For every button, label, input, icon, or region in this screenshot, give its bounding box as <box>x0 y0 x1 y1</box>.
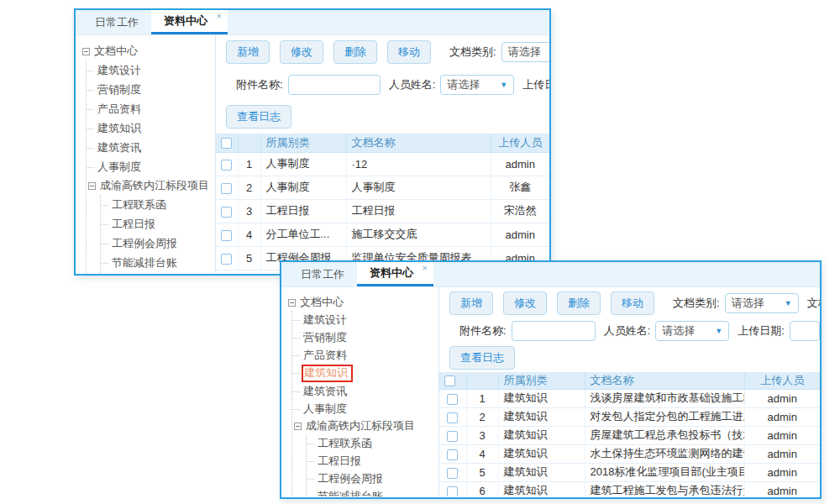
table-row[interactable]: 6 建筑知识 建筑工程施工发包与承包违法行为认... admin <box>439 481 820 496</box>
table-row[interactable]: 1 人事制度 ·12 admin <box>216 152 549 176</box>
document-center-window-back: 日常工作 资料中心 × 文档中心 建筑设计 营销制度 产品资料 建筑知识 建筑资… <box>74 8 551 276</box>
tree-item-building-news[interactable]: 建筑资讯 <box>292 382 438 400</box>
tree-root-document-center[interactable]: 文档中心 <box>288 294 438 311</box>
cell-category: 人事制度 <box>260 176 346 199</box>
tree-item-project-daily-report[interactable]: 工程日报 <box>101 214 215 234</box>
person-name-select[interactable]: 请选择 ▼ <box>440 75 514 95</box>
tree-item-project-weekly-meeting[interactable]: 工程例会周报 <box>101 234 215 253</box>
edit-button[interactable]: 修改 <box>280 40 323 64</box>
col-index <box>466 372 498 389</box>
tree-item-hr-rules[interactable]: 人事制度 <box>87 157 215 176</box>
cell-uploader: admin <box>744 407 820 426</box>
tree-item-building-design[interactable]: 建筑设计 <box>87 60 215 80</box>
toolbar-actions: 新增 修改 删除 移动 文档类别: 请选择 ▼ 文档名称: <box>439 291 820 315</box>
table-row[interactable]: 3 工程日报 工程日报 宋浩然 <box>216 199 549 223</box>
tab-bar: 日常工作 资料中心 × <box>281 262 820 287</box>
tree-project-chengyu-railway[interactable]: 成渝高铁内江标段项目 <box>88 176 215 195</box>
attachment-name-input[interactable] <box>288 75 381 95</box>
cell-num: 3 <box>466 426 498 444</box>
tree-item-project-contact-letter[interactable]: 工程联系函 <box>101 195 215 214</box>
row-checkbox[interactable] <box>447 468 458 479</box>
cell-category: 人事制度 <box>260 152 346 176</box>
close-icon[interactable]: × <box>217 11 222 21</box>
table-row[interactable]: 3 建筑知识 房屋建筑工程总承包投标书（技术标... admin <box>439 426 820 444</box>
tab-label: 日常工作 <box>301 267 344 282</box>
cell-num: 3 <box>238 199 260 223</box>
cell-category: 建筑知识 <box>498 444 585 463</box>
tree-item-building-news[interactable]: 建筑资讯 <box>87 138 215 157</box>
tab-daily-work[interactable]: 日常工作 <box>288 262 357 286</box>
tree-item-project-weekly-meeting[interactable]: 工程例会周报 <box>307 470 438 487</box>
select-value: 请选择 <box>447 77 480 92</box>
tab-data-center[interactable]: 资料中心 × <box>151 10 228 34</box>
table-row[interactable]: 4 建筑知识 水土保持生态环境监测网络的建设与... admin <box>439 444 820 463</box>
upload-date-input[interactable] <box>790 321 820 341</box>
person-name-select[interactable]: 请选择 ▼ <box>655 321 729 341</box>
toolbar-log: 查看日志 <box>216 105 549 129</box>
doc-category-label: 文档类别: <box>673 296 720 311</box>
tree-item-energy-ledger[interactable]: 节能减排台账 <box>101 253 215 272</box>
add-button[interactable]: 新增 <box>226 40 270 64</box>
row-checkbox[interactable] <box>447 431 458 442</box>
row-checkbox[interactable] <box>447 449 458 460</box>
table-row[interactable]: 5 建筑知识 2018标准化监理项目部(业主项目部)... admin <box>439 463 820 481</box>
table-row[interactable]: 4 分工单位工... 施工移交交底 admin <box>216 223 549 246</box>
row-checkbox[interactable] <box>221 230 232 241</box>
view-log-button[interactable]: 查看日志 <box>449 346 515 370</box>
row-checkbox[interactable] <box>221 160 232 171</box>
collapse-icon[interactable] <box>82 48 90 55</box>
attachment-name-input[interactable] <box>512 321 596 341</box>
close-icon[interactable]: × <box>423 263 428 273</box>
edit-button[interactable]: 修改 <box>503 291 547 315</box>
doc-category-select[interactable]: 请选择 ▼ <box>501 42 549 62</box>
tree-item-product-data[interactable]: 产品资料 <box>292 346 438 364</box>
tree-item-work-handover[interactable]: 分工单位工作移交 <box>101 272 215 273</box>
select-all-checkbox[interactable] <box>221 138 232 149</box>
tree-item-building-design[interactable]: 建筑设计 <box>292 311 438 328</box>
upload-date-label: 上传日期: <box>522 77 549 92</box>
cell-uploader: admin <box>491 152 549 176</box>
add-button[interactable]: 新增 <box>449 291 493 315</box>
toolbar-filters: 附件名称: 人员姓名: 请选择 ▼ 上传日期: <box>216 75 549 95</box>
tree-item-marketing-rules[interactable]: 营销制度 <box>292 328 438 346</box>
move-button[interactable]: 移动 <box>387 40 431 64</box>
table-row[interactable]: 1 建筑知识 浅谈房屋建筑和市政基础设施工程施... admin <box>439 389 820 407</box>
tree-root-document-center[interactable]: 文档中心 <box>82 42 215 60</box>
table-row[interactable]: 2 建筑知识 对发包人指定分包的工程施工进度安... admin <box>439 407 820 426</box>
row-checkbox[interactable] <box>447 486 458 496</box>
select-all-checkbox[interactable] <box>444 375 455 386</box>
table-row[interactable]: 2 人事制度 人事制度 张鑫 <box>216 176 549 199</box>
move-button[interactable]: 移动 <box>611 291 654 315</box>
row-checkbox[interactable] <box>447 394 458 405</box>
collapse-icon[interactable] <box>294 423 302 430</box>
tree-project-label: 成渝高铁内江标段项目 <box>100 176 209 195</box>
row-checkbox[interactable] <box>221 207 232 218</box>
doc-category-select[interactable]: 请选择 ▼ <box>725 293 799 313</box>
cell-doc-name: 工程日报 <box>346 199 491 223</box>
tree-item-building-knowledge-selected[interactable]: 建筑知识 <box>292 364 438 382</box>
tree-item-product-data[interactable]: 产品资料 <box>87 99 215 118</box>
tree-item-marketing-rules[interactable]: 营销制度 <box>87 80 215 99</box>
row-checkbox[interactable] <box>221 254 232 265</box>
tree-project-chengyu-railway[interactable]: 成渝高铁内江标段项目 <box>294 417 438 434</box>
cell-uploader: admin <box>744 444 820 463</box>
col-category: 所属别类 <box>498 372 585 389</box>
collapse-icon[interactable] <box>88 182 96 190</box>
collapse-icon[interactable] <box>288 299 296 307</box>
tab-daily-work[interactable]: 日常工作 <box>82 10 151 34</box>
tree-item-hr-rules[interactable]: 人事制度 <box>292 400 438 417</box>
tree-item-energy-ledger[interactable]: 节能减排台账 <box>307 487 438 496</box>
row-checkbox[interactable] <box>221 183 232 194</box>
row-checkbox[interactable] <box>447 412 458 423</box>
tree-item-building-knowledge[interactable]: 建筑知识 <box>87 118 215 138</box>
cell-doc-name: 建筑工程施工发包与承包违法行为认... <box>585 481 744 496</box>
tree-item-project-contact-letter[interactable]: 工程联系函 <box>307 434 438 452</box>
tree-item-project-daily-report[interactable]: 工程日报 <box>307 452 438 470</box>
cell-category: 建筑知识 <box>498 481 585 496</box>
delete-button[interactable]: 删除 <box>333 40 377 64</box>
view-log-button[interactable]: 查看日志 <box>226 105 291 129</box>
col-category: 所属别类 <box>260 134 346 152</box>
tab-data-center[interactable]: 资料中心 × <box>357 262 433 286</box>
category-tree-sidebar: 文档中心 建筑设计 营销制度 产品资料 建筑知识 建筑资讯 人事制度 成渝高铁内… <box>281 287 439 496</box>
delete-button[interactable]: 删除 <box>557 291 601 315</box>
